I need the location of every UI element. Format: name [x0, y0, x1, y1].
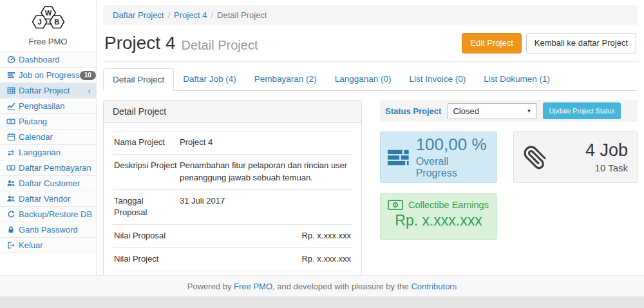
table-icon: [6, 86, 16, 95]
sidebar-item-calendar[interactable]: Calendar: [0, 130, 96, 145]
sidebar-item-daftar-pembayaran[interactable]: Daftar Pembayaran: [0, 160, 96, 176]
users-icon: [6, 195, 16, 203]
tasks-icon: [388, 149, 409, 166]
dashboard-icon: [6, 55, 16, 64]
earnings-value: Rp. x.xxx.xxx: [388, 212, 489, 229]
users-icon: [6, 179, 16, 188]
sidebar-item-daftar-customer[interactable]: Daftar Customer: [0, 176, 96, 191]
sidebar-item-daftar-vendor[interactable]: Daftar Vendor: [0, 191, 96, 207]
breadcrumb-current: Detail Project: [217, 10, 267, 20]
breadcrumb-project-4[interactable]: Project 4: [174, 10, 207, 20]
tab-detail-project[interactable]: Detail Project: [103, 68, 174, 91]
footer-text-before: Powered by: [187, 282, 234, 291]
table-row: Nilai Proposal Rp. x.xxx.xxx: [113, 225, 352, 248]
overall-progress-card: 100,00 % Overall Progress: [380, 131, 497, 183]
job-count-value: 4 Job: [585, 141, 628, 160]
brand-logo[interactable]: W J B .com: [0, 0, 96, 35]
sidebar-item-label: Calendar: [19, 132, 53, 142]
status-project-label: Status Project: [385, 106, 441, 116]
sidebar-item-daftar-project[interactable]: Daftar Project ‹: [0, 83, 96, 99]
row-label: Nilai Proposal: [113, 225, 178, 248]
row-value: 31 Juli 2017: [178, 189, 352, 225]
earnings-title: Collectibe Earnings: [408, 200, 489, 210]
svg-text:.com: .com: [44, 23, 52, 26]
tab-bar: Detail Project Daftar Job (4) Pembayaran…: [103, 68, 638, 91]
sidebar-item-keluar[interactable]: Keluar: [0, 238, 96, 253]
footer-text: Powered by Free PMO, and developed with …: [0, 275, 644, 296]
brand-name: Free PMO: [0, 35, 96, 52]
footer-bottom-strip: [0, 296, 644, 308]
free-pmo-link[interactable]: Free PMO: [234, 282, 272, 291]
svg-text:B: B: [54, 18, 59, 26]
row-value: Rp. x.xxx.xxx: [178, 248, 352, 271]
panel-title: Detail Project: [104, 101, 361, 123]
progress-value: 100,00 %: [416, 135, 489, 154]
main-content: Daftar Project/Project 4/Detail Project …: [97, 0, 644, 275]
sidebar: W J B .com Free PMO Dashboard Job on Pro…: [0, 0, 97, 275]
chevron-left-icon: ‹: [88, 87, 91, 95]
sidebar-item-label: Daftar Pembayaran: [19, 163, 91, 173]
sidebar-item-penghasilan[interactable]: Penghasilan: [0, 99, 96, 114]
status-select[interactable]: Closed ▼: [448, 103, 536, 119]
job-count-badge: 10: [80, 71, 96, 80]
svg-text:W: W: [44, 9, 52, 17]
table-row: Tanggal Proposal 31 Juli 2017: [113, 189, 352, 225]
sidebar-item-label: Penghasilan: [19, 101, 65, 111]
contributors-link[interactable]: Contributors: [411, 282, 457, 291]
sidebar-item-label: Job on Progress: [19, 70, 80, 80]
row-label: Nama Project: [113, 131, 178, 155]
money-icon: 1: [388, 200, 403, 210]
page-subtitle: Detail Project: [182, 34, 258, 53]
tab-list-dokumen[interactable]: List Dokumen (1): [475, 68, 559, 91]
job-count-card: 4 Job 10 Task: [513, 131, 638, 183]
update-project-status-button[interactable]: Update Project Status: [543, 102, 620, 119]
page-header: Project 4 Detail Project Edit Project Ke…: [103, 29, 638, 62]
tab-daftar-job[interactable]: Daftar Job (4): [174, 68, 245, 91]
paperclip-icon: [523, 143, 547, 171]
svg-text:J: J: [37, 18, 41, 26]
sign-out-icon: [6, 241, 16, 249]
collectible-earnings-card: 1 Collectibe Earnings Rp. x.xxx.xxx: [380, 193, 497, 240]
refresh-icon: [6, 210, 16, 218]
tab-pembayaran[interactable]: Pembayaran (2): [245, 68, 326, 91]
chevron-down-icon: ▼: [527, 108, 532, 114]
exchange-icon: ⇄: [6, 148, 16, 157]
sidebar-item-label: Dashboard: [19, 55, 60, 64]
sidebar-item-label: Piutang: [19, 117, 47, 126]
sidebar-item-langganan[interactable]: ⇄ Langganan: [0, 145, 96, 160]
task-count-value: 10 Task: [585, 162, 628, 173]
row-value: Penambahan fitur pelaporan dan rincian u…: [178, 154, 352, 189]
jwb-hexagon-logo-icon: W J B .com: [24, 5, 72, 32]
breadcrumb-separator: /: [207, 10, 217, 20]
lock-icon: [6, 226, 16, 234]
sidebar-menu: Dashboard Job on Progress 10 Daftar Proj…: [0, 52, 96, 253]
row-label: Tanggal Proposal: [113, 189, 178, 225]
tab-list-invoice[interactable]: List Invoice (0): [400, 68, 475, 91]
breadcrumb-separator: /: [164, 10, 174, 20]
tab-langganan[interactable]: Langganan (0): [326, 68, 401, 91]
tasks-icon: [6, 71, 16, 79]
sidebar-item-piutang[interactable]: Piutang: [0, 114, 96, 130]
sidebar-item-backup-restore-db[interactable]: Backup/Restore DB: [0, 207, 96, 222]
sidebar-item-label: Ganti Password: [19, 225, 78, 235]
sidebar-item-ganti-password[interactable]: Ganti Password: [0, 222, 96, 238]
back-to-project-list-button[interactable]: Kembali ke daftar Project: [526, 33, 636, 53]
sidebar-item-job-on-progress[interactable]: Job on Progress 10: [0, 68, 96, 83]
status-select-value: Closed: [453, 106, 478, 116]
progress-caption: Overall Progress: [416, 156, 489, 179]
sidebar-item-label: Daftar Project: [19, 86, 70, 95]
status-project-bar: Status Project Closed ▼ Update Project S…: [380, 100, 638, 122]
breadcrumb-daftar-project[interactable]: Daftar Project: [113, 10, 164, 20]
row-label: Deskripsi Project: [113, 154, 178, 189]
table-row: Nama Project Project 4: [113, 131, 352, 155]
calendar-icon: [6, 133, 16, 141]
table-row: Nilai Project Rp. x.xxx.xxx: [113, 248, 352, 271]
money-icon: [6, 164, 16, 172]
sidebar-item-dashboard[interactable]: Dashboard: [0, 52, 96, 68]
edit-project-button[interactable]: Edit Project: [462, 33, 521, 53]
sidebar-item-label: Langganan: [19, 148, 61, 157]
table-row: Deskripsi Project Penambahan fitur pelap…: [113, 154, 352, 189]
sidebar-item-label: Keluar: [19, 240, 43, 250]
sidebar-item-label: Backup/Restore DB: [19, 209, 92, 219]
app-window: W J B .com Free PMO Dashboard Job on Pro…: [0, 0, 644, 308]
